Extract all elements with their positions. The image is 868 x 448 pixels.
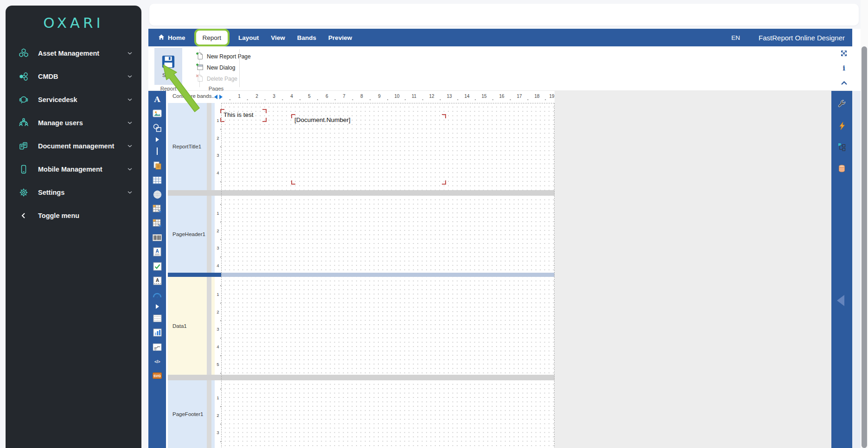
ribbon-report-tab: Save Report New Report Page: [148, 46, 852, 91]
svg-icon[interactable]: SVG: [152, 371, 162, 381]
band-label-report-title[interactable]: ReportTitle1: [168, 103, 207, 190]
events-lightning-icon[interactable]: [831, 122, 852, 130]
flyout-arrow-icon[interactable]: [152, 137, 162, 142]
panel-collapse-arrow-icon[interactable]: [837, 295, 844, 306]
tab-report[interactable]: Report: [196, 31, 228, 45]
tab-home[interactable]: Home: [152, 29, 191, 46]
new-dialog-icon: [196, 63, 204, 72]
selection-corner: [291, 180, 295, 185]
band-separator[interactable]: [168, 375, 555, 380]
designer-workspace: A: [148, 91, 852, 448]
text-frame-icon[interactable]: A: [152, 275, 162, 286]
hexagons-icon: [18, 47, 30, 59]
ruler-number: 5: [306, 94, 312, 99]
tab-preview[interactable]: Preview: [322, 29, 358, 46]
report-tree-icon[interactable]: [831, 143, 852, 151]
users-icon: [18, 117, 30, 129]
new-report-page-item[interactable]: New Report Page: [193, 51, 254, 62]
sidebar-nav: Asset Management CMDB: [6, 42, 141, 227]
band-page-area[interactable]: This is test [Document.Number]: [221, 103, 555, 190]
network-icon: [18, 70, 30, 83]
shapes-icon[interactable]: [152, 123, 162, 133]
band-sliver: [211, 380, 215, 448]
save-button[interactable]: Save: [154, 48, 182, 85]
data-band-header-bar[interactable]: [168, 273, 555, 277]
sidebar-item-asset-management[interactable]: Asset Management: [6, 42, 141, 65]
app-title: FastReport Online Designer: [759, 34, 845, 42]
sidebar-item-servicedesk[interactable]: Servicedesk: [6, 88, 141, 111]
chart-icon[interactable]: [152, 327, 162, 338]
ruler-number: 9: [377, 94, 382, 99]
window-scrollbar[interactable]: [861, 0, 868, 448]
band-separator[interactable]: [168, 190, 555, 196]
web-object-icon[interactable]: [152, 189, 162, 199]
chevron-down-icon: [128, 98, 132, 101]
ruler-number: 11: [411, 94, 417, 99]
language-selector[interactable]: EN: [731, 34, 740, 41]
sidebar-item-document-management[interactable]: Document management: [6, 134, 141, 158]
code-icon[interactable]: </>: [152, 356, 162, 366]
band-page-area[interactable]: [221, 277, 555, 375]
band-sliver: [211, 196, 215, 273]
collapse-ribbon-icon[interactable]: [840, 79, 848, 87]
signature-icon[interactable]: [152, 342, 162, 352]
headset-icon: [18, 94, 30, 106]
tab-bands[interactable]: Bands: [291, 29, 322, 46]
fullscreen-icon[interactable]: [840, 49, 848, 58]
flyout-arrow-icon[interactable]: [152, 304, 162, 309]
text-object-selected[interactable]: This is test: [221, 110, 266, 121]
sidebar-item-settings[interactable]: Settings: [6, 181, 141, 204]
data-source-icon[interactable]: [831, 164, 852, 173]
scroll-left-icon[interactable]: [214, 95, 217, 99]
advanced-matrix-icon[interactable]: [152, 218, 162, 228]
line-icon[interactable]: [152, 146, 162, 156]
text-object-icon[interactable]: A: [152, 94, 162, 104]
ruler-number: 1: [236, 94, 242, 99]
data-field-content: [Document.Number]: [292, 115, 445, 123]
data-field-object[interactable]: [Document.Number]: [292, 115, 445, 184]
band-label-page-header[interactable]: PageHeader1: [168, 196, 207, 273]
ruler-number: 4: [289, 94, 294, 99]
band-page-area[interactable]: [221, 196, 555, 273]
table-icon[interactable]: [152, 175, 162, 185]
properties-wrench-icon[interactable]: [831, 99, 852, 108]
tab-label: Layout: [238, 34, 259, 41]
grid-icon[interactable]: [152, 313, 162, 323]
item-label: Delete Page: [207, 76, 237, 82]
band-gutter: [207, 277, 211, 375]
sidebar-item-label: CMDB: [38, 73, 58, 80]
selection-corner: [262, 118, 267, 122]
gauge-icon[interactable]: [152, 290, 162, 300]
selection-corner: [262, 109, 267, 113]
subreport-icon[interactable]: [152, 160, 162, 171]
gear-icon: [18, 186, 30, 198]
vertical-ruler: 1 2 3 4 5: [215, 277, 221, 375]
delete-page-item[interactable]: Delete Page: [193, 73, 254, 84]
new-dialog-item[interactable]: New Dialog: [193, 62, 254, 73]
tab-view[interactable]: View: [265, 29, 291, 46]
sidebar-item-manage-users[interactable]: Manage users: [6, 111, 141, 134]
matrix-icon[interactable]: [152, 204, 162, 214]
sidebar-item-cmdb[interactable]: CMDB: [6, 65, 141, 88]
sidebar-item-mobile-management[interactable]: Mobile Management: [6, 158, 141, 181]
configure-bands-button[interactable]: Configure bands...: [172, 93, 216, 99]
selection-corner: [220, 109, 224, 113]
checkbox-icon[interactable]: [152, 261, 162, 271]
sidebar-toggle-menu[interactable]: Toggle menu: [6, 204, 141, 227]
page-tabstrip: Configure bands... 1 2 3 4 5 6 7 8 9 10 …: [168, 91, 555, 103]
band-label-data[interactable]: Data1: [168, 277, 207, 375]
band-label-page-footer[interactable]: PageFooter1: [168, 380, 207, 448]
info-icon[interactable]: i: [840, 64, 848, 72]
svg-text:SVG: SVG: [153, 374, 161, 378]
band-page-header: PageHeader1 1 2 3 4: [168, 196, 555, 273]
right-side-panel: [831, 91, 852, 448]
richtext-icon[interactable]: A: [152, 247, 162, 257]
picture-icon[interactable]: [152, 109, 162, 119]
ruler-number: 6: [324, 94, 330, 99]
barcode-icon[interactable]: [152, 232, 162, 243]
tab-layout[interactable]: Layout: [232, 29, 265, 46]
tab-label: Home: [168, 34, 185, 41]
band-page-area[interactable]: [221, 380, 555, 448]
scrollbar-thumb[interactable]: [862, 46, 867, 448]
menubar-right: EN FastReport Online Designer: [731, 34, 852, 42]
